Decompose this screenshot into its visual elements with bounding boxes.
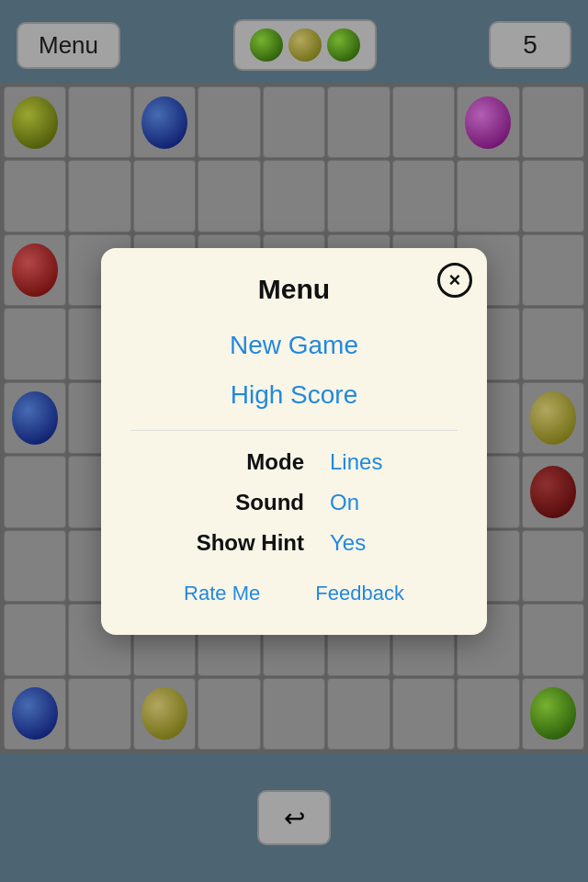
rate-me-link[interactable]: Rate Me (184, 582, 260, 605)
show-hint-label: Show Hint (185, 530, 304, 556)
show-hint-value[interactable]: Yes (330, 530, 403, 556)
mode-value[interactable]: Lines (330, 449, 403, 475)
high-score-link[interactable]: High Score (130, 380, 458, 410)
modal-footer: Rate Me Feedback (130, 582, 458, 605)
feedback-link[interactable]: Feedback (315, 582, 404, 605)
new-game-link[interactable]: New Game (130, 331, 458, 360)
show-hint-row: Show Hint Yes (130, 530, 458, 556)
mode-row: Mode Lines (130, 449, 458, 475)
modal-close-button[interactable]: × (437, 263, 472, 298)
mode-label: Mode (185, 449, 304, 475)
sound-row: Sound On (130, 490, 458, 515)
sound-value[interactable]: On (330, 490, 403, 515)
modal-title: Menu (130, 274, 458, 305)
sound-label: Sound (185, 490, 304, 515)
modal-divider (130, 430, 458, 431)
menu-modal: Menu × New Game High Score Mode Lines So… (101, 248, 487, 635)
modal-overlay[interactable]: Menu × New Game High Score Mode Lines So… (0, 0, 588, 882)
